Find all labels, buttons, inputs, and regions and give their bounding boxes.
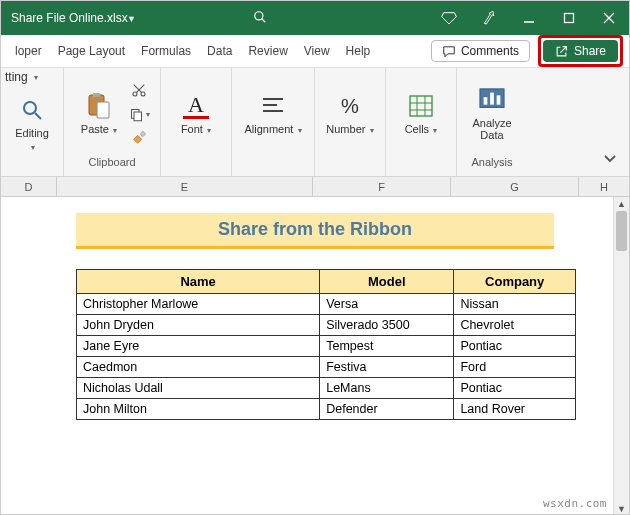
tab-review[interactable]: Review bbox=[240, 35, 295, 67]
tab-page-layout[interactable]: Page Layout bbox=[50, 35, 133, 67]
group-analysis: AnalyzeData Analysis bbox=[457, 68, 527, 176]
copy-button[interactable]: ▾ bbox=[128, 103, 150, 125]
th-model: Model bbox=[320, 270, 454, 294]
file-name[interactable]: Share File Online.xlsx ▼ bbox=[1, 11, 146, 25]
scroll-down-icon[interactable]: ▼ bbox=[614, 502, 629, 515]
number-button[interactable]: % Number ▾ bbox=[325, 80, 375, 148]
cell: Land Rover bbox=[454, 399, 576, 420]
table-row[interactable]: Nicholas UdallLeMansPontiac bbox=[77, 378, 576, 399]
th-company: Company bbox=[454, 270, 576, 294]
table-row[interactable]: CaedmonFestivaFord bbox=[77, 357, 576, 378]
align-icon bbox=[260, 93, 286, 119]
title-bar: Share File Online.xlsx ▼ bbox=[1, 1, 629, 35]
share-icon bbox=[555, 45, 568, 58]
col-H[interactable]: H bbox=[579, 177, 629, 196]
cell: Defender bbox=[320, 399, 454, 420]
group-number: % Number ▾ bbox=[315, 68, 386, 176]
vertical-scrollbar[interactable]: ▲ ▼ bbox=[613, 197, 629, 515]
clipboard-label: Clipboard bbox=[88, 156, 135, 172]
ribbon: tting ▾ Editing ▾ bbox=[1, 67, 629, 177]
svg-rect-29 bbox=[497, 95, 501, 104]
cell: Chevrolet bbox=[454, 315, 576, 336]
data-table: Name Model Company Christopher MarloweVe… bbox=[76, 269, 576, 420]
group-clipboard: Paste ▾ ▾ Clipboard bbox=[64, 68, 161, 176]
paste-button[interactable]: Paste ▾ bbox=[74, 80, 124, 148]
cell: Christopher Marlowe bbox=[77, 294, 320, 315]
chevron-down-icon: ▾ bbox=[31, 143, 35, 152]
group-label bbox=[419, 156, 422, 172]
chevron-down-icon: ▾ bbox=[111, 126, 117, 135]
cell: John Milton bbox=[77, 399, 320, 420]
cell: Nissan bbox=[454, 294, 576, 315]
cell: Festiva bbox=[320, 357, 454, 378]
analyze-label-2: Data bbox=[480, 129, 503, 141]
chevron-down-icon: ▾ bbox=[205, 126, 211, 135]
col-D[interactable]: D bbox=[1, 177, 57, 196]
sheet-title: Share from the Ribbon bbox=[76, 213, 554, 249]
col-G[interactable]: G bbox=[451, 177, 579, 196]
paste-label: Paste bbox=[81, 123, 109, 135]
cell: John Dryden bbox=[77, 315, 320, 336]
comments-button[interactable]: Comments bbox=[431, 40, 530, 62]
share-label: Share bbox=[574, 44, 606, 58]
tab-help[interactable]: Help bbox=[338, 35, 379, 67]
table-row[interactable]: John MiltonDefenderLand Rover bbox=[77, 399, 576, 420]
table-row[interactable]: Jane EyreTempestPontiac bbox=[77, 336, 576, 357]
group-label bbox=[30, 158, 33, 174]
column-headers: D E F G H bbox=[1, 177, 629, 197]
alignment-label: Alignment bbox=[244, 123, 293, 135]
font-icon: A bbox=[183, 93, 209, 119]
cells-button[interactable]: Cells ▾ bbox=[396, 80, 446, 148]
table-row[interactable]: John DrydenSilverado 3500Chevrolet bbox=[77, 315, 576, 336]
analyze-data-button[interactable]: AnalyzeData bbox=[467, 80, 517, 148]
format-painter-button[interactable] bbox=[128, 127, 150, 149]
scroll-up-icon[interactable]: ▲ bbox=[614, 197, 629, 211]
svg-line-10 bbox=[35, 113, 41, 119]
close-button[interactable] bbox=[589, 1, 629, 35]
svg-rect-12 bbox=[93, 93, 100, 97]
th-name: Name bbox=[77, 270, 320, 294]
group-cells: Cells ▾ bbox=[386, 68, 457, 176]
chevron-down-icon: ▾ bbox=[295, 126, 301, 135]
svg-rect-21 bbox=[410, 96, 432, 116]
scissors-icon bbox=[131, 82, 147, 98]
cell: Jane Eyre bbox=[77, 336, 320, 357]
tab-formulas[interactable]: Formulas bbox=[133, 35, 199, 67]
col-F[interactable]: F bbox=[313, 177, 451, 196]
tab-data[interactable]: Data bbox=[199, 35, 240, 67]
premium-icon[interactable] bbox=[429, 1, 469, 35]
file-name-text: Share File Online.xlsx bbox=[11, 11, 128, 25]
minimize-button[interactable] bbox=[509, 1, 549, 35]
font-button[interactable]: A Font ▾ bbox=[171, 80, 221, 148]
cell: Tempest bbox=[320, 336, 454, 357]
tab-developer[interactable]: loper bbox=[7, 35, 50, 67]
analyze-icon bbox=[479, 87, 505, 113]
copy-icon bbox=[129, 107, 144, 122]
tab-view[interactable]: View bbox=[296, 35, 338, 67]
svg-rect-4 bbox=[565, 14, 574, 23]
search-icon[interactable] bbox=[246, 10, 274, 27]
alignment-button[interactable]: Alignment ▾ bbox=[242, 80, 304, 148]
number-label: Number bbox=[326, 123, 365, 135]
col-E[interactable]: E bbox=[57, 177, 313, 196]
brush-icon bbox=[131, 130, 147, 146]
table-row[interactable]: Christopher MarloweVersaNissan bbox=[77, 294, 576, 315]
ribbon-tabs: loper Page Layout Formulas Data Review V… bbox=[1, 35, 629, 67]
cell: Versa bbox=[320, 294, 454, 315]
ribbon-collapse-button[interactable] bbox=[599, 148, 621, 170]
share-button[interactable]: Share bbox=[543, 40, 618, 62]
comments-label: Comments bbox=[461, 44, 519, 58]
scroll-thumb[interactable] bbox=[616, 211, 627, 251]
worksheet[interactable]: Share from the Ribbon Name Model Company… bbox=[1, 197, 629, 515]
table-header-row: Name Model Company bbox=[77, 270, 576, 294]
group-label bbox=[348, 156, 351, 172]
share-highlight: Share bbox=[538, 35, 623, 67]
coming-soon-icon[interactable] bbox=[469, 1, 509, 35]
cut-button[interactable] bbox=[128, 79, 150, 101]
cell: Pontiac bbox=[454, 336, 576, 357]
percent-icon: % bbox=[337, 93, 363, 119]
maximize-button[interactable] bbox=[549, 1, 589, 35]
svg-point-0 bbox=[255, 11, 263, 19]
group-label bbox=[271, 156, 274, 172]
editing-button[interactable]: Editing ▾ bbox=[7, 90, 57, 158]
